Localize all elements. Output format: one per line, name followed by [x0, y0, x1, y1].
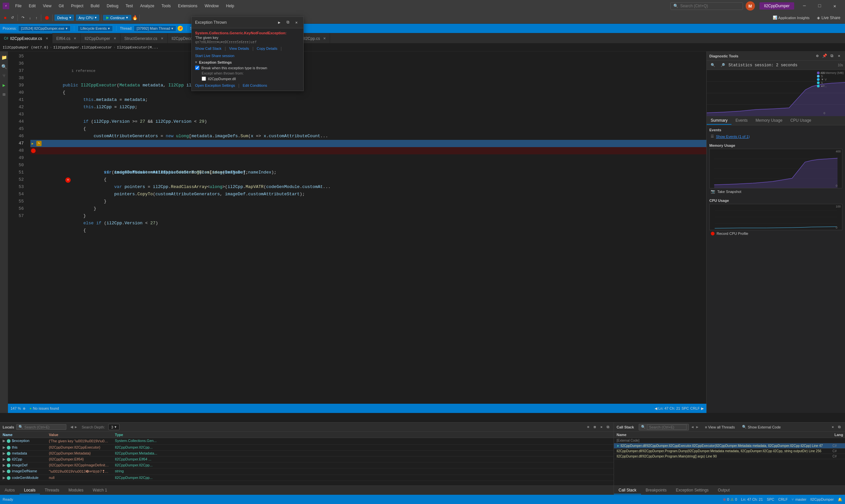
stop-button[interactable]: ■ [2, 13, 8, 22]
search-prev-button[interactable]: ◀ [70, 425, 73, 429]
menu-test[interactable]: Test [122, 2, 136, 10]
tab-threads[interactable]: Threads [40, 487, 64, 494]
diag-tab-cpu[interactable]: CPU Usage [786, 117, 815, 125]
thread-pin-icon[interactable]: 📌 [178, 26, 183, 31]
zoom-indicator[interactable]: 147 % ⊕ [11, 407, 25, 410]
activity-debug-icon[interactable]: ▶ [1, 82, 7, 88]
continue-button[interactable]: ▶ Continue ▾ [103, 15, 131, 20]
breadcrumb-project[interactable]: Il2CppDumper (net7.0) [3, 46, 49, 50]
menu-view[interactable]: View [40, 2, 55, 10]
show-events-link[interactable]: Show Events (1 of 1) [716, 134, 750, 139]
table-row[interactable]: ▶⬤imageDef {Il2CppDumper.Il2CppImageDefi… [0, 463, 614, 468]
locals-search-input[interactable] [24, 425, 64, 429]
exception-close-button[interactable]: ✕ [293, 19, 300, 26]
debug-scroll-left[interactable]: ◀ [654, 407, 657, 411]
maximize-button[interactable]: □ [812, 0, 827, 12]
exception-play-button[interactable]: ▶ [276, 19, 283, 26]
status-line-col[interactable]: Ln: 47 Ch: 21 [741, 498, 763, 502]
panel-pin-button[interactable]: 📌 [821, 53, 828, 59]
locals-icon-expand[interactable]: ⊞ [592, 424, 598, 430]
breadcrumb-class[interactable]: Il2CppExecutor(M... [117, 46, 158, 50]
callstack-tab-exception-settings[interactable]: Exception Settings [671, 487, 713, 494]
table-row[interactable]: ▶⬤il2Cpp {Il2CppDumper.Elf64} Il2CppDump… [0, 456, 614, 463]
diag-tab-events[interactable]: Events [732, 117, 752, 125]
tab-autos[interactable]: Autos [0, 487, 19, 494]
dll-checkbox[interactable] [202, 76, 206, 81]
menu-git[interactable]: Git [55, 2, 67, 10]
tab-il2cpp[interactable]: Il2Cpp.cs ✕ [299, 33, 330, 43]
diag-tab-memory[interactable]: Memory Usage [752, 117, 786, 125]
thread-dropdown[interactable]: [37992] Main Thread ▾ [134, 25, 176, 32]
zoom-in-button[interactable]: 🔍 [709, 62, 717, 68]
debug-scroll-right[interactable]: ▶ [701, 407, 704, 411]
tab-watch1[interactable]: Watch 1 [88, 487, 112, 494]
expand-icon-il2cpp[interactable]: ▶ [3, 457, 5, 461]
show-events-item[interactable]: ☰ Show Events (1 of 1) [709, 133, 842, 140]
debug-config-dropdown[interactable]: Debug ▾ [54, 15, 74, 21]
live-share-session-link[interactable]: Start Live Share session [195, 54, 234, 58]
view-threads-button[interactable]: ≡ View all Threads [703, 425, 737, 430]
view-details-link[interactable]: View Details [229, 47, 249, 51]
callstack-row[interactable]: Il2CppDumper.dll!Il2CppDumper.Program.Ma… [614, 454, 845, 459]
activity-search-icon[interactable]: 🔍 [1, 63, 7, 70]
title-search-input[interactable] [680, 4, 733, 8]
callstack-search-input[interactable] [647, 425, 687, 430]
panel-close-button[interactable]: ✕ [836, 53, 842, 59]
step-out-button[interactable]: ↑ [34, 13, 40, 22]
tab-close-il2cpp[interactable]: ✕ [323, 37, 326, 40]
activity-extensions-icon[interactable]: ⊞ [1, 91, 7, 97]
menu-help[interactable]: Help [223, 2, 237, 10]
tab-elf64[interactable]: Elf64.cs ✕ [52, 33, 81, 43]
tab-il2cppexecutor[interactable]: C# Il2CppExecutor.cs ✕ [0, 33, 52, 43]
table-row[interactable]: ▶⬤imageDefName "\u0019\u0019\r\u0013❸ᄦ\b… [0, 468, 614, 475]
restart-button[interactable]: ↺ [9, 13, 16, 22]
activity-explorer-icon[interactable]: 📁 [1, 54, 7, 61]
expand-icon-imagedef[interactable]: ▶ [3, 463, 5, 467]
issues-indicator[interactable]: ● No issues found [29, 407, 59, 410]
record-cpu-item[interactable]: ⬤ Record CPU Profile [709, 230, 842, 236]
tab-il2cppdumper[interactable]: Il2CppDumper ✕ [81, 33, 120, 43]
user-avatar[interactable]: M [746, 1, 755, 11]
table-row[interactable]: ▶⬤$exception {'The given key '\u0019\u00… [0, 438, 614, 445]
menu-window[interactable]: Window [201, 2, 222, 10]
close-button[interactable]: ✕ [827, 0, 842, 12]
tab-close-elf64[interactable]: ✕ [74, 37, 76, 40]
expand-icon-this[interactable]: ▶ [3, 445, 5, 449]
expand-icon-imagedefname[interactable]: ▶ [3, 469, 5, 473]
settings-collapse-icon[interactable]: ▼ [195, 61, 197, 64]
tab-modules[interactable]: Modules [64, 487, 88, 494]
exception-float-button[interactable]: ⧉ [284, 19, 292, 26]
cs-icon-float[interactable]: ⧉ [837, 424, 842, 430]
live-share-button[interactable]: ◈ Live Share [814, 14, 843, 21]
menu-analyze[interactable]: Analyze [137, 2, 158, 10]
activity-git-icon[interactable]: ⑂ [1, 73, 7, 79]
minimize-button[interactable]: ─ [797, 0, 812, 12]
tab-structgenerator[interactable]: StructGenerator.cs ✕ [121, 33, 168, 43]
panel-settings-button[interactable]: ⚙ [814, 53, 821, 59]
search-depth-dropdown[interactable]: 3 ▾ [108, 424, 120, 430]
expand-icon-exception[interactable]: ▶ [3, 439, 5, 443]
snapshot-item[interactable]: 📷 Take Snapshot [709, 188, 842, 195]
locals-icon-close[interactable]: ✕ [598, 424, 604, 430]
status-project[interactable]: Il2CppDumper [810, 498, 834, 502]
cpu-config-dropdown[interactable]: Any CPU ▾ [76, 15, 99, 21]
step-into-button[interactable]: ↓ [27, 13, 33, 22]
break-checkbox[interactable] [195, 66, 199, 70]
fire-button[interactable]: 🔥 [132, 15, 138, 20]
menu-build[interactable]: Build [87, 2, 103, 10]
status-errors[interactable]: ⊗ 0 ⚠ 0 [723, 498, 737, 502]
step-over-button[interactable]: ↷ [19, 13, 27, 22]
breadcrumb-namespace[interactable]: Il2CppDumper.Il2CppExecutor [53, 46, 112, 50]
zoom-out-button[interactable]: 🔎 [719, 62, 727, 68]
open-settings-link[interactable]: Open Exception Settings [195, 84, 235, 88]
locals-icon-float[interactable]: ⧉ [605, 424, 611, 430]
table-row[interactable]: ▶⬤codeGenModule null Il2CppDumper.Il2Cpp… [0, 475, 614, 481]
cs-search-next[interactable]: ▶ [696, 425, 699, 429]
table-row[interactable]: ▶⬤this {Il2CppDumper.Il2CppExecutor} Il2… [0, 445, 614, 451]
callstack-row[interactable]: ➤ Il2CppDumper.dll!Il2CppDumper.Il2CppEx… [614, 443, 845, 449]
tab-close-il2cppexecutor[interactable]: ✕ [46, 37, 48, 40]
menu-edit[interactable]: Edit [25, 2, 39, 10]
callstack-tab-breakpoints[interactable]: Breakpoints [641, 487, 671, 494]
tab-close-dumper[interactable]: ✕ [113, 37, 116, 40]
callstack-row[interactable]: Il2CppDumper.dll!Il2CppDumper.Program.Du… [614, 449, 845, 454]
